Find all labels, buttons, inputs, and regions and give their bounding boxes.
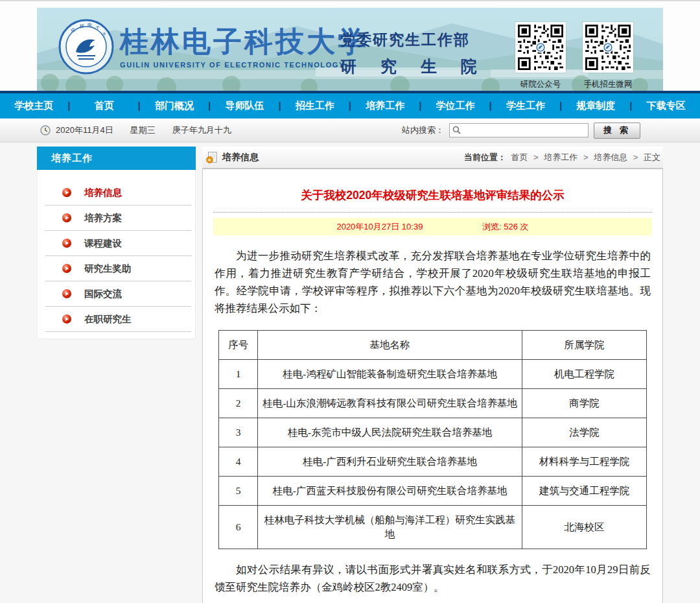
- current-date: 2020年11月4日: [56, 124, 113, 136]
- page: 桂 林电 子大 桂林电子科技大学 GUILIN UNIVERSITY OF EL…: [0, 0, 700, 603]
- sidebar-item-label: 在职研究生: [84, 314, 132, 324]
- sidebar-item-label: 培养信息: [84, 187, 122, 198]
- nav-item-school-home[interactable]: 学校主页: [0, 93, 67, 118]
- sidebar-item-label: 课程建设: [84, 238, 122, 248]
- nav-item-student-affairs[interactable]: 学生工作: [492, 93, 559, 118]
- cell-college: 商学院: [522, 389, 646, 418]
- cell-no: 2: [219, 389, 257, 418]
- article-paragraph-2: 如对公示结果有异议，请以书面形式并署真实姓名和联系方式，于2020年10月29日…: [215, 561, 651, 596]
- sidebar-title: 培养工作: [37, 147, 196, 170]
- cell-no: 6: [219, 506, 257, 549]
- red-bullet-icon: [62, 239, 71, 248]
- cell-base-name: 桂电-鸿程矿山智能装备制造研究生联合培养基地: [257, 360, 522, 389]
- cell-base-name: 桂林电子科技大学机械（船舶与海洋工程）研究生实践基地: [257, 506, 522, 549]
- table-row: 1 桂电-鸿程矿山智能装备制造研究生联合培养基地 机电工程学院: [219, 360, 646, 389]
- breadcrumb-separator: >: [533, 152, 539, 162]
- section-title-block: 培养信息: [206, 152, 259, 163]
- base-table: 序号 基地名称 所属学院 1 桂电-鸿程矿山智能装备制造研究生联合培养基地 机电…: [218, 330, 646, 549]
- nav-item-downloads[interactable]: 下载专区: [633, 93, 700, 118]
- cell-college: 建筑与交通工程学院: [522, 477, 646, 506]
- university-name-cn: 桂林电子科技大学: [120, 25, 369, 60]
- department-line1: 党委研究生工作部: [340, 30, 487, 50]
- svg-text:电: 电: [88, 23, 92, 28]
- site-search: 站内搜索： 搜 索: [402, 123, 640, 139]
- banner-row: 桂 林电 子大 桂林电子科技大学 GUILIN UNIVERSITY OF EL…: [0, 1, 700, 91]
- cell-no: 3: [219, 418, 257, 447]
- nav-item-cultivation[interactable]: 培养工作: [351, 93, 419, 118]
- table-header-college: 所属学院: [522, 331, 646, 360]
- cell-no: 1: [219, 360, 257, 389]
- nav-item-supervisors[interactable]: 导师队伍: [211, 93, 278, 118]
- main-area: 培养工作 培养信息 培养方案 课程建设 研究生奖助: [0, 143, 700, 603]
- search-box: [449, 123, 589, 137]
- breadcrumb-home[interactable]: 首页: [511, 152, 528, 162]
- cell-base-name: 桂电-山东浪潮铸远教育科技有限公司研究生联合培养基地: [257, 389, 522, 418]
- nav-item-dept-overview[interactable]: 部门概况: [141, 93, 208, 118]
- department-line2: 研 究 生 院: [340, 56, 487, 77]
- lunar-date: 庚子年九月十九: [172, 124, 231, 136]
- qr-code-mobile-admissions: [583, 22, 633, 73]
- nav-item-degree[interactable]: 学位工作: [421, 93, 489, 118]
- sidebar-item-scholarships[interactable]: 研究生奖助: [38, 256, 195, 281]
- nav-item-home[interactable]: 首页: [70, 93, 137, 118]
- qr-figure-official-account: 研院公众号: [515, 22, 566, 90]
- article-meta-bar: 2020年10月27日 10:39 浏览: 526 次: [213, 218, 652, 235]
- cell-no: 5: [219, 477, 257, 506]
- clock-icon: [40, 125, 51, 136]
- sidebar-menu: 培养信息 培养方案 课程建设 研究生奖助 国际交流: [37, 170, 196, 339]
- sidebar-item-label: 培养方案: [84, 213, 122, 223]
- sidebar-item-cultivation-plan[interactable]: 培养方案: [38, 206, 195, 231]
- breadcrumb-current: 正文: [644, 152, 660, 162]
- date-search-bar: 2020年11月4日 星期三 庚子年九月十九 站内搜索： 搜 索: [0, 119, 700, 143]
- sidebar: 培养工作 培养信息 培养方案 课程建设 研究生奖助: [37, 147, 196, 339]
- red-bullet-icon: [62, 289, 71, 298]
- department-title: 党委研究生工作部 研 究 生 院: [340, 30, 487, 77]
- sidebar-item-international-exchange[interactable]: 国际交流: [38, 281, 195, 307]
- current-weekday: 星期三: [130, 124, 156, 136]
- search-label: 站内搜索：: [402, 124, 444, 136]
- document-icon: [206, 152, 217, 163]
- article-title: 关于我校2020年校级研究生联培基地评审结果的公示: [213, 187, 652, 203]
- sidebar-item-inservice-graduate[interactable]: 在职研究生: [38, 307, 195, 332]
- cell-college: 机电工程学院: [522, 360, 646, 389]
- red-bullet-icon: [62, 314, 71, 324]
- breadcrumb-cultivation-info[interactable]: 培养信息: [594, 152, 627, 162]
- university-logo-icon: 桂 林电 子大: [58, 18, 115, 75]
- date-info: 2020年11月4日 星期三 庚子年九月十九: [40, 124, 243, 136]
- section-title: 培养信息: [222, 152, 259, 163]
- sidebar-item-label: 研究生奖助: [84, 263, 132, 274]
- table-row: 5 桂电-广西蓝天科技股份有限公司研究生联合培养基地 建筑与交通工程学院: [219, 477, 646, 506]
- table-header-row: 序号 基地名称 所属学院: [219, 331, 646, 360]
- red-bullet-icon: [62, 264, 71, 273]
- search-icon: [452, 126, 461, 134]
- breadcrumb-separator: >: [583, 152, 589, 162]
- table-header-base-name: 基地名称: [257, 331, 522, 360]
- university-name-block: 桂林电子科技大学 GUILIN UNIVERSITY OF ELECTRONIC…: [120, 25, 369, 69]
- table-row: 4 桂电-广西利升石业研究生联合培养基地 材料科学与工程学院: [219, 447, 646, 477]
- search-input[interactable]: [449, 123, 589, 137]
- nav-item-admissions[interactable]: 招生工作: [281, 93, 349, 118]
- nav-item-regulations[interactable]: 规章制度: [562, 93, 629, 118]
- sidebar-item-course-construction[interactable]: 课程建设: [38, 231, 195, 256]
- qr-label-official-account: 研院公众号: [515, 79, 566, 90]
- article-views: 浏览: 526 次: [482, 222, 529, 231]
- svg-text:林: 林: [79, 24, 84, 29]
- breadcrumb: 当前位置： 首页 > 培养工作 > 培养信息 > 正文: [464, 152, 660, 163]
- cell-no: 4: [219, 447, 257, 477]
- breadcrumb-cultivation[interactable]: 培养工作: [544, 152, 578, 162]
- table-row: 6 桂林电子科技大学机械（船舶与海洋工程）研究生实践基地 北海校区: [219, 506, 646, 549]
- qr-code-official-account: [515, 22, 566, 73]
- table-row: 3 桂电-东莞市中级人民法院研究生联合培养基地 法学院: [219, 418, 646, 447]
- search-button[interactable]: 搜 索: [594, 123, 640, 139]
- breadcrumb-separator: >: [633, 152, 638, 162]
- table-header-no: 序号: [219, 331, 257, 360]
- content-column: 培养信息 当前位置： 首页 > 培养工作 > 培养信息 > 正文 关于我校202…: [202, 147, 663, 603]
- qr-label-mobile-admissions: 手机招生微网: [583, 79, 633, 90]
- cell-base-name: 桂电-广西利升石业研究生联合培养基地: [257, 447, 522, 477]
- qr-code-group: 研院公众号 手机招生微网: [515, 22, 633, 90]
- article-panel: 关于我校2020年校级研究生联培基地评审结果的公示 2020年10月27日 10…: [202, 169, 663, 603]
- sidebar-item-cultivation-info[interactable]: 培养信息: [38, 180, 195, 206]
- table-row: 2 桂电-山东浪潮铸远教育科技有限公司研究生联合培养基地 商学院: [219, 389, 646, 418]
- cell-college: 法学院: [522, 418, 646, 447]
- header-banner: 桂 林电 子大 桂林电子科技大学 GUILIN UNIVERSITY OF EL…: [37, 8, 663, 91]
